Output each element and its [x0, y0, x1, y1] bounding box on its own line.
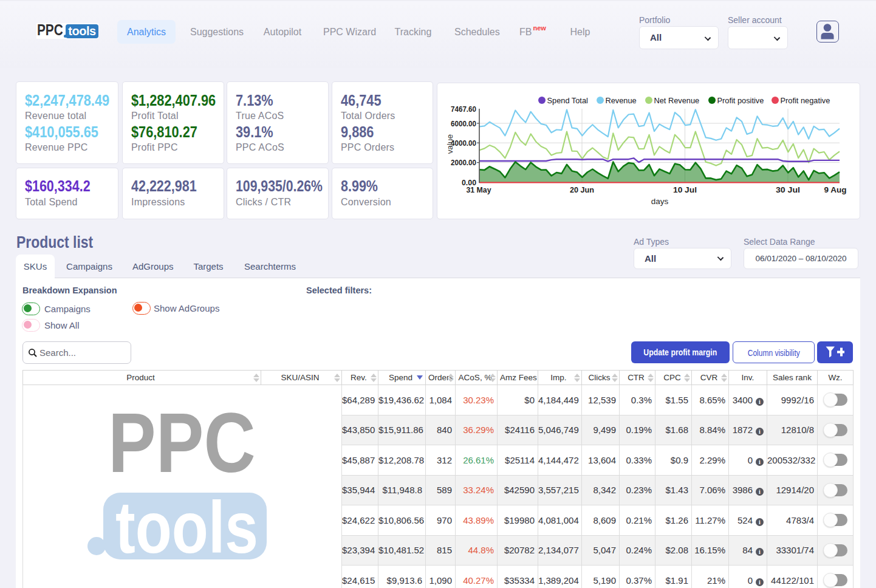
svg-text:7467.60: 7467.60	[451, 104, 476, 114]
svg-text:2000.00: 2000.00	[451, 158, 476, 167]
svg-text:value: value	[445, 134, 454, 154]
svg-text:Profit positive: Profit positive	[717, 96, 764, 105]
svg-text:Spend Total: Spend Total	[547, 96, 588, 105]
svg-text:20 Jun: 20 Jun	[570, 185, 594, 194]
svg-text:31 May: 31 May	[467, 185, 492, 194]
svg-text:4000.00: 4000.00	[451, 138, 476, 148]
svg-text:30 Jul: 30 Jul	[776, 185, 800, 194]
svg-text:6000.00: 6000.00	[451, 119, 476, 128]
svg-text:Profit negative: Profit negative	[781, 96, 830, 105]
svg-text:Revenue: Revenue	[606, 96, 637, 105]
svg-text:days: days	[651, 197, 669, 206]
svg-text:Net Revenue: Net Revenue	[654, 96, 700, 105]
svg-text:10 Jul: 10 Jul	[673, 185, 697, 194]
svg-text:9 Aug: 9 Aug	[824, 185, 847, 194]
